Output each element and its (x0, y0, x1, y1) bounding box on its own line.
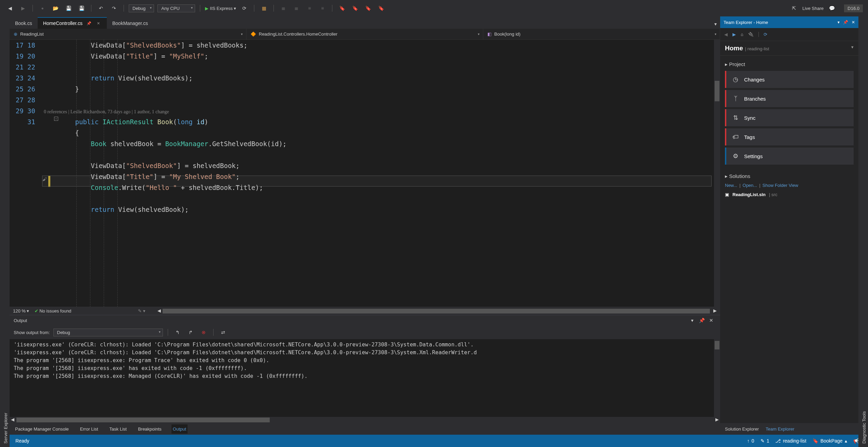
next-msg-icon[interactable]: ↱ (186, 328, 195, 337)
pin-icon[interactable]: 📌 (85, 21, 93, 26)
output-source-dropdown[interactable]: Debug (53, 329, 163, 336)
tab-errorlist[interactable]: Error List (79, 424, 100, 434)
platform-dropdown[interactable]: Any CPU (157, 4, 195, 12)
code-editor[interactable]: 17 18 19 20 21 22 23 24 25 26 27 28 29 3… (10, 40, 720, 307)
status-text: Ready (15, 438, 29, 444)
output-close-icon[interactable]: ✕ (706, 316, 716, 325)
browser-link-icon[interactable]: ▦ (259, 3, 269, 13)
prev-msg-icon[interactable]: ↰ (173, 328, 182, 337)
team-explorer-title: Team Explorer - Home (724, 20, 768, 25)
folder-view-link[interactable]: Show Folder View (763, 183, 799, 188)
window-menu-icon[interactable]: ▾ (838, 20, 840, 25)
solution-explorer-tab[interactable]: Solution Explorer (725, 426, 759, 432)
close-icon[interactable]: ✕ (852, 20, 855, 25)
document-tabs: Book.cs HomeController.cs📌✕ BookManager.… (10, 16, 720, 29)
tab-book[interactable]: Book.cs (10, 18, 38, 29)
run-button[interactable]: ▶IIS Express ▾ (205, 6, 236, 11)
team-context[interactable]: Home| reading-list ▾ (720, 41, 858, 56)
nav-fwd-icon[interactable]: ▶ (732, 32, 736, 37)
bookmark-clear-icon[interactable]: 🔖 (376, 3, 386, 13)
home-icon[interactable]: ⌂ (741, 32, 743, 37)
bookmark-prev-icon[interactable]: 🔖 (350, 3, 360, 13)
editor-hscroll[interactable]: ◀▶ (157, 308, 717, 314)
open-file-icon[interactable]: 📂 (51, 3, 60, 13)
branches-button[interactable]: ᛉBranches (725, 90, 854, 107)
server-explorer-tab[interactable]: Server Explorer (2, 20, 10, 447)
tab-tasklist[interactable]: Task List (108, 424, 128, 434)
output-text[interactable]: 'iisexpress.exe' (CoreCLR: clrhost): Loa… (10, 339, 720, 417)
nav-class[interactable]: 🔶ReadingList.Controllers.HomeController (246, 29, 483, 39)
unpushed-commits[interactable]: ↑ 0 (747, 438, 754, 444)
splitter-icon[interactable]: ✎ ▾ (138, 308, 145, 314)
editor-status: 120 % ▾ ✔ No issues found ✎ ▾ ◀▶ (10, 307, 720, 315)
solution-item[interactable]: ▣ ReadingList.sln| src (725, 190, 854, 199)
refresh-icon[interactable]: ⟳ (758, 32, 767, 37)
nav-member[interactable]: ◧Book(long id) (483, 29, 720, 39)
clear-all-icon[interactable]: ⊗ (199, 328, 208, 337)
nav-project[interactable]: ⊕ReadingList (10, 29, 246, 39)
output-vscroll[interactable] (714, 339, 720, 417)
solutions-section-label[interactable]: ▸ Solutions (725, 173, 854, 179)
tab-homecontroller[interactable]: HomeController.cs📌✕ (38, 17, 107, 29)
changes-button[interactable]: ◷Changes (725, 71, 854, 88)
toolbox-tab[interactable]: Toolbox (0, 20, 2, 447)
sync-icon: ⇅ (732, 114, 739, 122)
open-solution-link[interactable]: Open... (743, 183, 757, 188)
refresh-icon[interactable]: ⟳ (240, 3, 249, 13)
main-toolbar: ◀ ▶ ▫ 📂 💾 💾 ↶ ↷ Debug Any CPU ▶IIS Expre… (0, 0, 868, 16)
redo-icon[interactable]: ↷ (109, 3, 119, 13)
config-dropdown[interactable]: Debug (129, 4, 154, 12)
undo-icon[interactable]: ↶ (96, 3, 106, 13)
line-gutter[interactable]: 17 18 19 20 21 22 23 24 25 26 27 28 29 3… (10, 40, 40, 127)
nav-back-icon[interactable]: ◀ (5, 3, 15, 13)
tab-output[interactable]: Output (171, 424, 188, 434)
team-explorer: Team Explorer - Home ▾ 📌 ✕ ◀ ▶ ⌂ 🔌 ⟳ Hom… (720, 16, 858, 435)
project-section-label[interactable]: ▸ Project (725, 61, 854, 67)
new-file-icon[interactable]: ▫ (38, 3, 47, 13)
save-all-icon[interactable]: 💾 (77, 3, 86, 13)
plug-icon[interactable]: 🔌 (748, 32, 754, 37)
tag-icon: 🏷 (732, 133, 739, 141)
output-pin-icon[interactable]: 📌 (697, 316, 706, 325)
branch-status[interactable]: 🔖 BookPage ▴ (813, 438, 847, 444)
diagnostic-tools-tab[interactable]: Diagnostic Tools (860, 20, 868, 447)
output-from-label: Show output from: (14, 330, 50, 335)
right-tool-rail: Diagnostic Tools (858, 16, 868, 447)
editor-area: Book.cs HomeController.cs📌✕ BookManager.… (10, 16, 720, 435)
live-share-icon[interactable]: ⇱ (789, 3, 799, 13)
word-wrap-icon[interactable]: ⇄ (218, 328, 228, 337)
repo-status[interactable]: ⎇ reading-list (775, 438, 806, 444)
save-icon[interactable]: 💾 (64, 3, 73, 13)
status-bar: ▭ Ready ↑ 0 ✎ 1 ⎇ reading-list 🔖 BookPag… (0, 435, 868, 447)
nav-fwd-icon: ▶ (18, 3, 28, 13)
settings-button[interactable]: ⚙Settings (725, 148, 854, 165)
bookmark-icon[interactable]: 🔖 (337, 3, 347, 13)
navigation-bar: ⊕ReadingList 🔶ReadingList.Controllers.Ho… (10, 29, 720, 40)
output-hscroll[interactable]: ◀▶ (10, 417, 720, 423)
comment-icon: ≡ (305, 3, 314, 13)
team-bottom-tabs: Solution Explorer Team Explorer (720, 423, 858, 435)
tabs-overflow-icon[interactable]: ▾ (711, 19, 720, 29)
issues-indicator[interactable]: ✔ No issues found (35, 308, 72, 314)
tags-button[interactable]: 🏷Tags (725, 128, 854, 145)
close-icon[interactable]: ✕ (95, 21, 101, 26)
bookmark-next-icon[interactable]: 🔖 (363, 3, 373, 13)
new-solution-link[interactable]: New... (725, 183, 737, 188)
sync-button[interactable]: ⇅Sync (725, 109, 854, 126)
zoom-level[interactable]: 120 % ▾ (13, 308, 29, 314)
tab-breakpoints[interactable]: Breakpoints (137, 424, 163, 434)
pending-changes[interactable]: ✎ 1 (761, 438, 769, 444)
nav-back-icon: ◀ (724, 32, 728, 37)
team-explorer-tab[interactable]: Team Explorer (766, 426, 794, 432)
solution-icon: ▣ (725, 192, 729, 197)
editor-vscroll[interactable] (714, 40, 720, 307)
bottom-tabs: Package Manager Console Error List Task … (10, 423, 720, 435)
output-dropdown-icon[interactable]: ▾ (687, 316, 697, 325)
pin-icon[interactable]: 📌 (843, 20, 848, 25)
live-share-button[interactable]: Live Share (802, 6, 824, 11)
code-content[interactable]: ViewData["ShelvedBooks"] = shelvedBooks;… (44, 40, 712, 215)
tab-bookmanager[interactable]: BookManager.cs (107, 18, 153, 29)
tab-pmc[interactable]: Package Manager Console (14, 424, 70, 434)
feedback-icon[interactable]: 💬 (827, 3, 837, 13)
output-title: Output (14, 318, 27, 323)
